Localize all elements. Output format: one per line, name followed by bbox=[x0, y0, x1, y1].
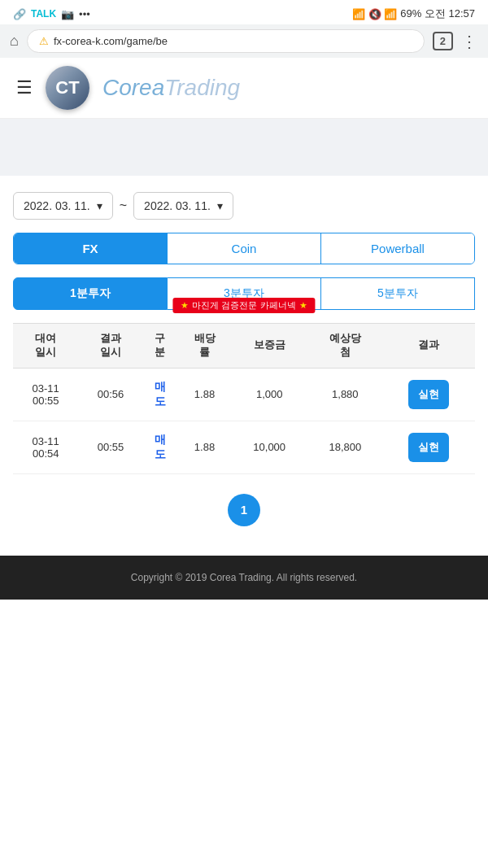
url-text: fx-corea-k.com/game/be bbox=[54, 35, 168, 47]
result-btn-cell-1: 실현 bbox=[383, 368, 475, 421]
category-2: 매도 bbox=[142, 421, 177, 473]
rate-2: 1.88 bbox=[177, 421, 231, 473]
col-result: 결과 bbox=[383, 324, 475, 369]
star-icon: ★ bbox=[181, 300, 189, 311]
signal-icons: 📶 🔇 📶 bbox=[352, 8, 397, 20]
result-btn-cell-2: 실현 bbox=[383, 421, 475, 473]
result-button-2[interactable]: 실현 bbox=[408, 433, 449, 462]
subtab-group: 1분투자 3분투자 5분투자 ★ 마진게 검증전문 카페너넥 ★ bbox=[13, 277, 475, 310]
logo-trading: Trading bbox=[164, 75, 240, 100]
end-date-select[interactable]: 2022. 03. 11. ▾ bbox=[133, 192, 233, 220]
status-left-icons: 🔗 TALK 📷 ••• bbox=[13, 8, 90, 20]
subtab-5min[interactable]: 5분투자 bbox=[321, 277, 475, 310]
talk-icon: TALK bbox=[31, 8, 56, 20]
deposit-1: 1,000 bbox=[232, 368, 307, 421]
tab-powerball[interactable]: Powerball bbox=[320, 233, 474, 264]
ad-overlay: ★ 마진게 검증전문 카페너넥 ★ bbox=[172, 298, 315, 313]
logo-circle: CT bbox=[46, 66, 89, 110]
table-row: 03-11 00:55 00:56 매도 1.88 1,000 1,880 실현 bbox=[13, 368, 475, 421]
result-button-1[interactable]: 실현 bbox=[408, 380, 449, 409]
site-header: ☰ CT CoreaTrading bbox=[0, 58, 488, 119]
tab-fx[interactable]: FX bbox=[14, 233, 167, 264]
start-date-value: 2022. 03. 11. bbox=[24, 199, 90, 212]
col-rate: 배당률 bbox=[177, 324, 231, 369]
browser-bar: ⌂ ⚠ fx-corea-k.com/game/be 2 ⋮ bbox=[0, 24, 488, 58]
expected-1: 1,880 bbox=[307, 368, 383, 421]
logo-initial: CT bbox=[55, 77, 79, 98]
col-deposit: 보증금 bbox=[232, 324, 307, 369]
tab-count[interactable]: 2 bbox=[433, 32, 453, 50]
table-header-row: 대여일시 결과일시 구분 배당률 보증금 예상당첨 결과 bbox=[13, 324, 475, 369]
main-tab-group: FX Coin Powerball bbox=[13, 233, 475, 264]
sell-badge-2: 매도 bbox=[155, 433, 166, 460]
subtab-1min[interactable]: 1분투자 bbox=[13, 277, 168, 310]
banner-area bbox=[0, 119, 488, 176]
lend-date-2: 03-11 00:54 bbox=[13, 421, 78, 473]
end-date-value: 2022. 03. 11. bbox=[144, 199, 211, 212]
hamburger-menu-icon[interactable]: ☰ bbox=[16, 77, 33, 98]
category-1: 매도 bbox=[142, 368, 177, 421]
sell-badge-1: 매도 bbox=[155, 380, 166, 408]
pagination: 1 bbox=[13, 494, 475, 526]
page-1-button[interactable]: 1 bbox=[228, 494, 260, 526]
date-range: 2022. 03. 11. ▾ ~ 2022. 03. 11. ▾ bbox=[13, 192, 475, 220]
battery-time: 69% 오전 12:57 bbox=[400, 7, 475, 21]
site-footer: Copyright © 2019 Corea Trading. All righ… bbox=[0, 556, 488, 600]
camera-icon: 📷 bbox=[61, 8, 74, 20]
browser-menu-icon[interactable]: ⋮ bbox=[461, 32, 478, 51]
status-right-info: 📶 🔇 📶 69% 오전 12:57 bbox=[352, 7, 475, 21]
col-lend-date: 대여일시 bbox=[13, 324, 78, 369]
home-icon[interactable]: ⌂ bbox=[10, 33, 19, 50]
chevron-down-icon: ▾ bbox=[97, 199, 102, 212]
start-date-select[interactable]: 2022. 03. 11. ▾ bbox=[13, 192, 113, 220]
ad-text: 마진게 검증전문 카페너넥 bbox=[192, 299, 295, 312]
link-icon: 🔗 bbox=[13, 8, 26, 20]
more-icon: ••• bbox=[79, 8, 90, 20]
tab-coin[interactable]: Coin bbox=[167, 233, 320, 264]
star-icon-2: ★ bbox=[299, 300, 307, 311]
expected-2: 18,800 bbox=[307, 421, 383, 473]
date-tilde: ~ bbox=[120, 198, 127, 213]
result-date-2: 00:55 bbox=[78, 421, 142, 473]
chevron-down-icon-end: ▾ bbox=[217, 199, 223, 212]
deposit-2: 10,000 bbox=[232, 421, 307, 473]
logo-text: CoreaTrading bbox=[102, 75, 240, 101]
col-result-date: 결과일시 bbox=[78, 324, 142, 369]
footer-copyright: Copyright © 2019 Corea Trading. All righ… bbox=[131, 572, 357, 583]
warning-icon: ⚠ bbox=[39, 35, 49, 47]
col-expected: 예상당첨 bbox=[307, 324, 383, 369]
main-content: 2022. 03. 11. ▾ ~ 2022. 03. 11. ▾ FX Coi… bbox=[0, 176, 488, 556]
logo-corea: Corea bbox=[102, 75, 164, 100]
rate-1: 1.88 bbox=[177, 368, 231, 421]
data-table: 대여일시 결과일시 구분 배당률 보증금 예상당첨 결과 03-11 00:55… bbox=[13, 323, 475, 474]
lend-date-1: 03-11 00:55 bbox=[13, 368, 78, 421]
col-category: 구분 bbox=[142, 324, 177, 369]
table-row: 03-11 00:54 00:55 매도 1.88 10,000 18,800 … bbox=[13, 421, 475, 473]
result-date-1: 00:56 bbox=[78, 368, 142, 421]
url-bar[interactable]: ⚠ fx-corea-k.com/game/be bbox=[27, 29, 425, 53]
status-bar: 🔗 TALK 📷 ••• 📶 🔇 📶 69% 오전 12:57 bbox=[0, 0, 488, 24]
